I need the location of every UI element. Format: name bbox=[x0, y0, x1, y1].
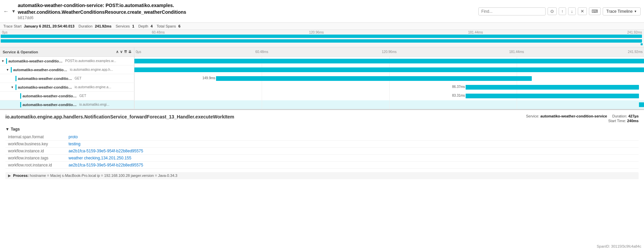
nav-up-btn[interactable]: ↑ bbox=[559, 7, 566, 15]
tag-row: workflow.instance.idae2b1fca-5159-39e5-9… bbox=[5, 148, 639, 155]
ctrl-collapse[interactable]: ⇈ bbox=[124, 50, 127, 54]
tag-row: internal.span.formatproto bbox=[5, 134, 639, 141]
grid-line bbox=[134, 100, 135, 109]
detail-operation-name: io.automatiko.engine.app.handlers.Notifi… bbox=[5, 114, 526, 119]
span-row[interactable]: ▼automatiko-weather-condition-servicePOS… bbox=[0, 57, 644, 65]
span-operation: GET bbox=[79, 94, 134, 98]
grid-line bbox=[389, 100, 390, 109]
search-input[interactable] bbox=[478, 7, 546, 15]
span-row-left: ▼automatiko-weather-condition-servicePOS… bbox=[0, 57, 134, 65]
span-operation: io.automatiko.engine.a... bbox=[75, 85, 134, 89]
span-service-name: automatiko-weather-condition-service bbox=[18, 85, 73, 89]
span-row[interactable]: ▼automatiko-weather-condition-serviceio.… bbox=[0, 83, 644, 92]
span-row-right bbox=[134, 57, 644, 65]
span-row-left: automatiko-weather-condition-serviceGET bbox=[0, 92, 134, 100]
span-operation: io.automatiko.engine.app.h... bbox=[70, 68, 134, 71]
tag-key: workflow.instance.id bbox=[5, 148, 66, 155]
trace-id: b817dd6 bbox=[18, 15, 478, 20]
span-bar-label: 83.31ms bbox=[452, 94, 465, 97]
span-row-left: automatiko-weather-condition-serviceio.a… bbox=[0, 100, 134, 109]
tag-value: testing bbox=[66, 141, 639, 148]
span-row-right: 427µs bbox=[134, 100, 644, 109]
span-row-right bbox=[134, 65, 644, 74]
span-toggle[interactable]: ▼ bbox=[6, 68, 11, 71]
service-operation-header: Service & Operation∧∨⇈⇊ bbox=[0, 47, 134, 56]
header-actions: ⊙ ↑ ↓ ✕ ⌨ Trace Timeline ▼ bbox=[478, 7, 641, 15]
search-icon-btn[interactable]: ⊙ bbox=[548, 7, 557, 15]
span-row[interactable]: automatiko-weather-condition-serviceGET1… bbox=[0, 74, 644, 83]
grid-line bbox=[134, 83, 135, 92]
header-title-block: automatiko-weather-condition-service: PO… bbox=[18, 2, 478, 20]
tag-key: workflow.business.key bbox=[5, 141, 66, 148]
ctrl-expand[interactable]: ⇊ bbox=[128, 50, 131, 54]
detail-panel: io.automatiko.engine.app.handlers.Notifi… bbox=[0, 110, 644, 185]
span-service-name: automatiko-weather-condition-service bbox=[13, 68, 69, 72]
page-title: automatiko-weather-condition-service: PO… bbox=[18, 2, 478, 15]
timeline-ruler: 0µs 60.48ms 120.96ms 181.44ms 241.92ms bbox=[0, 31, 644, 34]
span-service-name: automatiko-weather-condition-service bbox=[23, 94, 78, 98]
span-color-indicator bbox=[11, 67, 12, 72]
back-button[interactable]: ← bbox=[3, 8, 9, 14]
span-bar bbox=[466, 85, 639, 90]
span-toggle[interactable]: ▼ bbox=[1, 59, 6, 63]
tag-row: workflow.root.instance.idae2b1fca-5159-3… bbox=[5, 162, 639, 169]
span-row-left: ▼automatiko-weather-condition-serviceio.… bbox=[0, 83, 134, 91]
grid-line bbox=[389, 92, 390, 100]
overview-bar-1 bbox=[1, 35, 642, 38]
span-bar-label: 86.37ms bbox=[452, 85, 465, 89]
tag-key: workflow.root.instance.id bbox=[5, 162, 66, 169]
tag-value: proto bbox=[66, 134, 639, 141]
header: ← ▼ automatiko-weather-condition-service… bbox=[0, 0, 644, 23]
span-table-header-row: Service & Operation∧∨⇈⇊0µs60.48ms120.96m… bbox=[0, 47, 644, 57]
span-row-right: 86.37ms bbox=[134, 83, 644, 92]
span-row-right: 83.31ms bbox=[134, 92, 644, 100]
nav-down-btn[interactable]: ↓ bbox=[568, 7, 576, 15]
trace-timeline-button[interactable]: Trace Timeline ▼ bbox=[603, 7, 641, 15]
tags-section-title: ▼ Tags bbox=[5, 127, 639, 132]
span-color-indicator bbox=[15, 85, 16, 90]
process-bar: ▶ Process: hostname = Maciej s-MacBook-P… bbox=[5, 172, 639, 179]
span-operation: io.automatiko.engi... bbox=[79, 103, 134, 106]
ctrl-up[interactable]: ∧ bbox=[116, 50, 119, 54]
overview-bar-3 bbox=[412, 39, 642, 43]
span-row[interactable]: automatiko-weather-condition-serviceio.a… bbox=[0, 100, 644, 109]
span-bar-label: 149.9ms bbox=[202, 76, 215, 80]
span-toggle[interactable]: ▼ bbox=[11, 86, 15, 89]
tag-key: internal.span.format bbox=[5, 134, 66, 141]
toggle-icon[interactable]: ▼ bbox=[11, 9, 16, 14]
span-color-indicator bbox=[15, 76, 16, 81]
timeline-overview: 0µs 60.48ms 120.96ms 181.44ms 241.92ms bbox=[0, 30, 644, 47]
span-bar bbox=[134, 67, 644, 72]
detail-meta: Service: automatiko-weather-condition-se… bbox=[526, 114, 639, 123]
tag-value: ae2b1fca-5159-39e5-954f-b22b8ed95575 bbox=[66, 148, 639, 155]
overview-bar-2 bbox=[1, 39, 419, 43]
span-operation: POST:io.automatiko.examples.w... bbox=[65, 59, 134, 63]
span-service-name: automatiko-weather-condition-service bbox=[8, 59, 64, 63]
span-service-name: automatiko-weather-condition-service bbox=[18, 77, 73, 81]
rows-wrapper: Service & Operation∧∨⇈⇊0µs60.48ms120.96m… bbox=[0, 47, 644, 109]
tags-table: internal.span.formatprotoworkflow.busine… bbox=[5, 134, 639, 169]
span-row[interactable]: ▼automatiko-weather-condition-serviceio.… bbox=[0, 65, 644, 74]
grid-line bbox=[262, 92, 262, 100]
overview-bars-container bbox=[0, 35, 644, 47]
span-table-area: Service & Operation∧∨⇈⇊0µs60.48ms120.96m… bbox=[0, 47, 644, 110]
tag-key: workflow.instance.tags bbox=[5, 155, 66, 162]
span-row-right: 149.9ms bbox=[134, 74, 644, 83]
grid-line bbox=[262, 83, 262, 92]
span-row[interactable]: automatiko-weather-condition-serviceGET8… bbox=[0, 92, 644, 100]
close-btn[interactable]: ✕ bbox=[578, 7, 587, 15]
keyboard-btn[interactable]: ⌨ bbox=[589, 7, 601, 15]
trace-info-bar: Trace Start January 6 2021, 20:54:40.013… bbox=[0, 23, 644, 30]
tag-row: workflow.instance.tagsweather checking,1… bbox=[5, 155, 639, 162]
ctrl-down[interactable]: ∨ bbox=[120, 50, 123, 54]
span-operation: GET bbox=[75, 77, 134, 80]
span-color-indicator bbox=[20, 93, 21, 99]
grid-line bbox=[134, 92, 135, 100]
span-bar bbox=[466, 94, 639, 98]
timeline-ruler-row: 0µs60.48ms120.96ms181.44ms241.92ms bbox=[134, 47, 644, 56]
grid-line bbox=[134, 74, 135, 83]
span-bar bbox=[134, 59, 644, 63]
tag-row: workflow.business.keytesting bbox=[5, 141, 639, 148]
span-service-name: automatiko-weather-condition-service bbox=[23, 103, 78, 107]
grid-line bbox=[389, 83, 390, 92]
